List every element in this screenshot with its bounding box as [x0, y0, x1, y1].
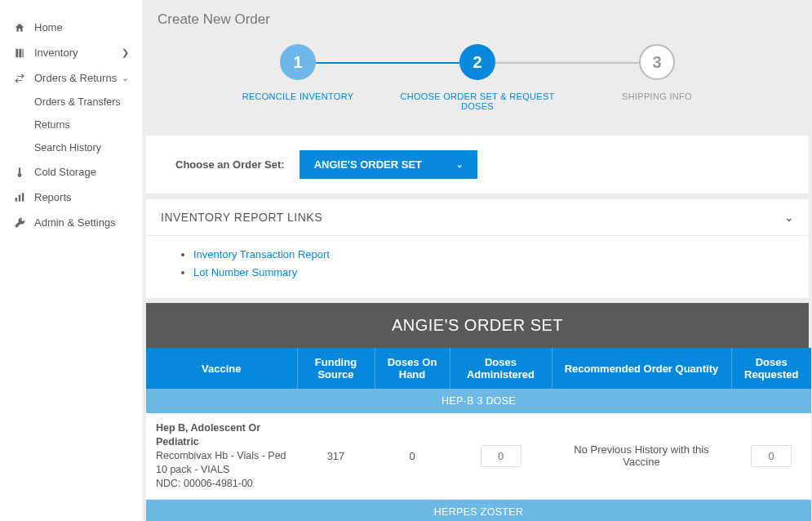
- cell-admin: [450, 413, 552, 499]
- table-header-row: Vaccine Funding Source Doses On Hand Dos…: [146, 348, 811, 389]
- sidebar-label: Home: [34, 21, 129, 33]
- svg-rect-2: [23, 48, 24, 57]
- cell-funding: 317: [297, 413, 375, 499]
- step-circle: 2: [459, 44, 495, 80]
- sidebar-label: Reports: [34, 191, 129, 203]
- order-set-panel: Choose an Order Set: ANGIE'S ORDER SET ⌄: [146, 136, 809, 194]
- chevron-down-icon: ⌄: [456, 160, 463, 169]
- th-rec: Recommended Order Quantity: [552, 348, 731, 389]
- order-set-selected: ANGIE'S ORDER SET: [314, 158, 422, 171]
- sidebar-label: Search History: [34, 142, 129, 154]
- sidebar-submenu-orders: Orders & Transfers Returns Search Histor…: [0, 91, 142, 159]
- chevron-down-icon: ⌄: [122, 73, 129, 83]
- chevron-down-icon: ⌄: [784, 211, 794, 224]
- doses-req-input[interactable]: [751, 445, 792, 467]
- report-links-body: Inventory Transaction Report Lot Number …: [146, 235, 809, 298]
- sidebar-label: Orders & Returns: [34, 72, 122, 84]
- th-req: Doses Requested: [731, 348, 811, 389]
- cell-req: [731, 413, 811, 499]
- sidebar: Home Inventory ❯ Orders & Returns ⌄ Orde…: [0, 0, 143, 521]
- report-links-panel: INVENTORY REPORT LINKS ⌄ Inventory Trans…: [146, 198, 809, 298]
- th-vaccine: Vaccine: [146, 348, 297, 389]
- inventory-icon: [13, 47, 26, 59]
- svg-rect-0: [16, 48, 18, 57]
- sidebar-label: Orders & Transfers: [34, 96, 129, 108]
- step-1[interactable]: 1 RECONCILE INVENTORY: [208, 44, 388, 101]
- sidebar-label: Cold Storage: [34, 166, 129, 178]
- svg-rect-5: [22, 193, 24, 202]
- vaccine-detail: 10 pack - VIALS: [156, 463, 291, 477]
- app-root: Home Inventory ❯ Orders & Returns ⌄ Orde…: [0, 0, 812, 521]
- sidebar-item-reports[interactable]: Reports: [0, 185, 142, 210]
- step-2[interactable]: 2 CHOOSE ORDER SET & REQUEST DOSES: [388, 44, 567, 111]
- step-label: RECONCILE INVENTORY: [242, 91, 354, 101]
- th-onhand: Doses On Hand: [375, 348, 450, 389]
- chart-icon: [13, 192, 26, 203]
- vaccine-name: Hep B, Adolescent Or Pediatric: [156, 421, 291, 449]
- step-circle: 1: [280, 44, 316, 80]
- wrench-icon: [13, 217, 26, 229]
- main-content: Create New Order 1 RECONCILE INVENTORY 2…: [143, 0, 812, 521]
- svg-rect-4: [19, 194, 20, 201]
- order-set-dropdown[interactable]: ANGIE'S ORDER SET ⌄: [300, 150, 477, 179]
- group-row-hepb: HEP-B 3 DOSE: [146, 389, 811, 413]
- stepper: 1 RECONCILE INVENTORY 2 CHOOSE ORDER SET…: [143, 36, 812, 136]
- page-title: Create New Order: [143, 0, 812, 36]
- vaccine-table: Vaccine Funding Source Doses On Hand Dos…: [146, 348, 811, 521]
- group-row-zoster: HERPES ZOSTER: [146, 499, 811, 521]
- swap-icon: [13, 73, 26, 84]
- step-circle: 3: [639, 44, 675, 80]
- step-label: SHIPPING INFO: [622, 91, 692, 101]
- th-admin: Doses Administered: [450, 348, 552, 389]
- sidebar-item-returns[interactable]: Returns: [34, 114, 142, 136]
- vaccine-detail: Recombivax Hb - Vials - Ped: [156, 449, 291, 463]
- cell-vaccine: Hep B, Adolescent Or Pediatric Recombiva…: [146, 413, 297, 499]
- sidebar-item-admin[interactable]: Admin & Settings: [0, 210, 142, 235]
- chevron-right-icon: ❯: [122, 47, 129, 58]
- report-links-toggle[interactable]: INVENTORY REPORT LINKS ⌄: [146, 198, 809, 235]
- sidebar-item-inventory[interactable]: Inventory ❯: [0, 40, 142, 65]
- home-icon: [13, 22, 26, 33]
- link-lot-number-summary[interactable]: Lot Number Summary: [193, 266, 297, 278]
- group-label: HERPES ZOSTER: [146, 499, 811, 521]
- sidebar-item-search-history[interactable]: Search History: [34, 136, 142, 159]
- order-set-row: Choose an Order Set: ANGIE'S ORDER SET ⌄: [146, 136, 809, 194]
- step-3[interactable]: 3 SHIPPING INFO: [567, 44, 747, 101]
- sidebar-item-home[interactable]: Home: [0, 15, 142, 40]
- report-links-title: INVENTORY REPORT LINKS: [161, 211, 322, 224]
- order-table-title: ANGIE'S ORDER SET: [146, 303, 809, 348]
- order-table: ANGIE'S ORDER SET Vaccine Funding Source…: [146, 303, 809, 521]
- cell-onhand: 0: [375, 413, 450, 499]
- th-funding: Funding Source: [297, 348, 375, 389]
- group-label: HEP-B 3 DOSE: [146, 389, 811, 413]
- sidebar-item-cold-storage[interactable]: Cold Storage: [0, 159, 142, 185]
- table-row: Hep B, Adolescent Or Pediatric Recombiva…: [146, 413, 811, 499]
- sidebar-item-orders-transfers[interactable]: Orders & Transfers: [34, 91, 142, 114]
- sidebar-item-orders[interactable]: Orders & Returns ⌄: [0, 65, 142, 91]
- sidebar-label: Admin & Settings: [34, 216, 129, 229]
- order-set-label: Choose an Order Set:: [175, 158, 285, 171]
- svg-rect-3: [16, 198, 17, 202]
- svg-rect-1: [19, 48, 21, 57]
- thermometer-icon: [13, 167, 26, 178]
- sidebar-label: Inventory: [34, 47, 122, 59]
- link-inventory-transaction[interactable]: Inventory Transaction Report: [193, 248, 330, 260]
- sidebar-label: Returns: [34, 119, 129, 131]
- vaccine-detail: NDC: 00006-4981-00: [156, 477, 291, 491]
- cell-rec: No Previous History with this Vaccine: [552, 413, 731, 499]
- doses-admin-input[interactable]: [481, 445, 521, 467]
- step-label: CHOOSE ORDER SET & REQUEST DOSES: [388, 91, 567, 111]
